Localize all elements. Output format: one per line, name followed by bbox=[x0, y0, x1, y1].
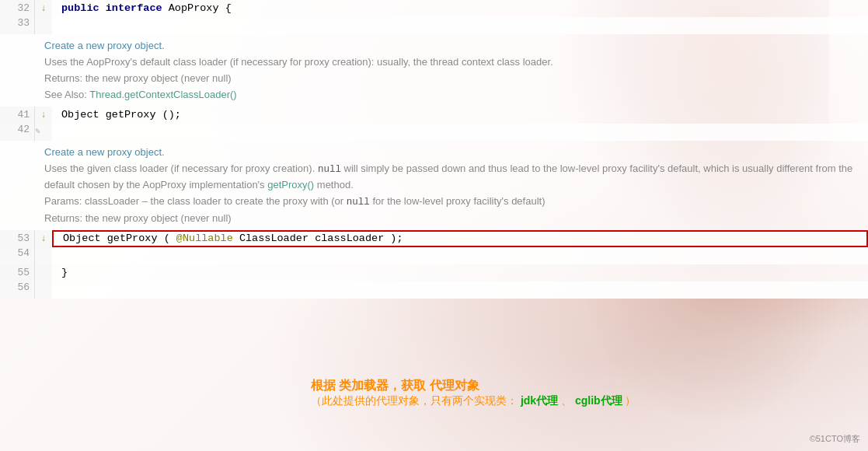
line-icon-55 bbox=[35, 264, 52, 281]
param-classloader: classLoader bbox=[315, 232, 384, 244]
line-number-56: 56 bbox=[0, 281, 35, 299]
line-number-33: 33 bbox=[0, 17, 35, 34]
code-line-56: 56 bbox=[0, 281, 868, 299]
doc-line-seealso: See Also: Thread.getContextClassLoader() bbox=[44, 87, 859, 103]
annotation-suffix: ） bbox=[625, 394, 636, 407]
line-icon-53: ↓ bbox=[35, 230, 52, 247]
line-content-54 bbox=[52, 247, 868, 264]
code-line-54: 54 bbox=[0, 247, 868, 264]
keyword-interface: interface bbox=[106, 2, 162, 14]
open-brace-32: { bbox=[225, 2, 232, 14]
class-classloader: ClassLoader bbox=[239, 232, 309, 244]
line-content-56 bbox=[52, 281, 868, 299]
annotation-jdk: jdk代理 bbox=[521, 394, 558, 407]
doc-link-getcontextclassloader[interactable]: Thread.getContextClassLoader() bbox=[89, 89, 236, 100]
line-number-53: 53 bbox=[0, 230, 35, 247]
null-keyword: null bbox=[318, 164, 341, 175]
code-line-33: 33 bbox=[0, 17, 868, 34]
class-aopproxy: AopProxy bbox=[169, 2, 219, 14]
doc-link-getproxy[interactable]: getProxy() bbox=[267, 179, 314, 191]
line-content-42 bbox=[52, 124, 868, 141]
code-panel: 32 ↓ public interface AopProxy { 33 bbox=[0, 0, 868, 451]
keyword-public: public bbox=[61, 2, 99, 14]
line-number-42: 42 bbox=[0, 124, 35, 141]
chinese-line2: （此处提供的代理对象，只有两个实现类： jdk代理 、 cglib代理 ） bbox=[311, 394, 636, 408]
null-keyword-2: null bbox=[347, 197, 370, 208]
code-line-41: 41 ↓ Object getProxy (); bbox=[0, 107, 868, 124]
line-content-33 bbox=[52, 17, 868, 34]
annotation-nullable: @Nullable bbox=[176, 232, 233, 244]
doc-line-returns2: Returns: the new proxy object (never nul… bbox=[44, 211, 859, 226]
arrow-down-icon-53: ↓ bbox=[40, 230, 46, 247]
doc-line-create2: Create a new proxy object. bbox=[44, 145, 859, 160]
line-content-32: public interface AopProxy { bbox=[52, 0, 868, 17]
code-line-53: 53 ↓ Object getProxy ( @Nullable ClassLo… bbox=[0, 230, 868, 247]
line-icon-42: ✎ bbox=[35, 124, 52, 141]
keyword-object-53: Object bbox=[63, 232, 101, 244]
line-content-55: } bbox=[52, 264, 868, 281]
close-brace-55: } bbox=[61, 267, 68, 278]
doc-line-uses1: Uses the AopProxy's default class loader… bbox=[44, 54, 859, 70]
code-line-42: 42 ✎ bbox=[0, 124, 868, 141]
watermark: ©51CTO博客 bbox=[810, 433, 860, 445]
line-number-55: 55 bbox=[0, 264, 35, 281]
editor-container: 32 ↓ public interface AopProxy { 33 bbox=[0, 0, 868, 451]
pencil-icon-42: ✎ bbox=[35, 127, 40, 136]
method-getproxy-53: getProxy bbox=[107, 232, 158, 244]
arrow-down-icon-41: ↓ bbox=[40, 107, 46, 124]
annotation-cglib: cglib代理 bbox=[575, 394, 622, 407]
doc-line-create1: Create a new proxy object. bbox=[44, 38, 859, 54]
paren-41: (); bbox=[162, 109, 181, 121]
line-number-54: 54 bbox=[0, 247, 35, 264]
line-content-53: Object getProxy ( @Nullable ClassLoader … bbox=[52, 230, 868, 247]
line-number-41: 41 bbox=[0, 107, 35, 124]
line-icon-54 bbox=[35, 247, 52, 264]
method-getproxy-41: getProxy bbox=[106, 109, 156, 121]
keyword-object-41: Object bbox=[61, 109, 99, 121]
code-line-32: 32 ↓ public interface AopProxy { bbox=[0, 0, 868, 17]
annotation-line2-prefix: （此处提供的代理对象，只有两个实现类： bbox=[311, 394, 518, 407]
doc-line-returns1: Returns: the new proxy object (never nul… bbox=[44, 71, 859, 86]
doc-line-uses2: Uses the given class loader (if necessar… bbox=[44, 161, 859, 193]
code-line-55: 55 } bbox=[0, 264, 868, 281]
line-icon-33 bbox=[35, 17, 52, 34]
arrow-down-icon-32: ↓ bbox=[40, 0, 46, 17]
line-content-41: Object getProxy (); bbox=[52, 107, 868, 124]
doc-block-2: Create a new proxy object. Uses the give… bbox=[0, 141, 868, 230]
doc-line-params: Params: classLoader – the class loader t… bbox=[44, 194, 859, 210]
line-number-32: 32 bbox=[0, 0, 35, 17]
doc-block-1: Create a new proxy object. Uses the AopP… bbox=[0, 34, 868, 107]
line-icon-41: ↓ bbox=[35, 107, 52, 124]
line-icon-32: ↓ bbox=[35, 0, 52, 17]
chinese-line1: 根据 类加载器，获取 代理对象 bbox=[311, 378, 636, 394]
chinese-annotation: 根据 类加载器，获取 代理对象 （此处提供的代理对象，只有两个实现类： jdk代… bbox=[311, 378, 636, 408]
annotation-separator: 、 bbox=[561, 394, 572, 407]
line-icon-56 bbox=[35, 281, 52, 299]
